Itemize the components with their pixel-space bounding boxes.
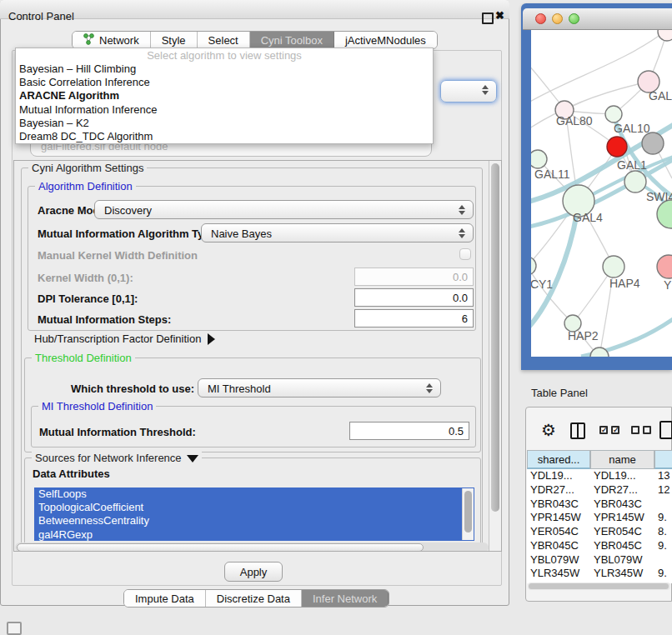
node-hap4[interactable] <box>603 256 624 278</box>
node-y-partial[interactable] <box>657 255 672 278</box>
tab-style[interactable]: Style <box>151 32 198 48</box>
tab-jactivemnodules[interactable]: jActiveMNodules <box>334 32 437 48</box>
list-item[interactable]: BetweennessCentrality <box>34 514 474 528</box>
combo-stepper-icon <box>482 84 489 96</box>
dpi-tolerance-field[interactable]: 0.0 <box>354 288 474 307</box>
scrollbar-thumb[interactable] <box>529 583 669 589</box>
menu-item[interactable]: Mutual Information Inference <box>16 103 433 117</box>
column-header-shared-name[interactable]: shared... <box>527 450 590 469</box>
list-item[interactable]: TopologicalCoefficient <box>34 501 474 514</box>
kernel-width-label: Kernel Width (0,1): <box>38 272 133 284</box>
column-header-name[interactable]: name <box>590 450 654 469</box>
settings-vertical-scrollbar[interactable] <box>489 161 502 551</box>
group-title: Threshold Definition <box>32 352 135 364</box>
mi-type-combo[interactable]: Naive Bayes <box>201 223 474 242</box>
node-gal1[interactable] <box>607 137 627 157</box>
node-unlabeled-top[interactable] <box>658 30 672 41</box>
gear-icon[interactable]: ⚙ <box>541 420 556 440</box>
kernel-width-field[interactable]: 0.0 <box>354 268 474 286</box>
menu-item-highlighted[interactable]: ARACNE Algorithm <box>16 89 433 102</box>
scrollbar-thumb[interactable] <box>17 543 424 552</box>
apply-button[interactable]: Apply <box>224 562 283 582</box>
list-scrollbar[interactable] <box>462 488 474 540</box>
mac-minimize-icon[interactable] <box>552 13 563 24</box>
scrollbar-thumb[interactable] <box>464 491 472 532</box>
algorithm-combo-fragment[interactable] <box>440 80 497 102</box>
manual-kernel-checkbox[interactable] <box>459 248 471 260</box>
node-label: GAL80 <box>556 114 593 128</box>
collapse-arrow-icon[interactable] <box>187 455 198 462</box>
which-threshold-combo[interactable]: MI Threshold <box>198 378 441 398</box>
node-gcy1[interactable] <box>531 257 536 275</box>
tab-discretize-data[interactable]: Discretize Data <box>206 590 302 607</box>
cell: YER054C <box>530 525 589 539</box>
node-gal11[interactable] <box>531 150 547 168</box>
tab-infer-network[interactable]: Infer Network <box>302 590 389 607</box>
table-row[interactable]: YLR345W YLR345W 9. <box>527 567 672 581</box>
columns-icon[interactable] <box>570 422 585 439</box>
list-item[interactable]: SelfLoops <box>34 488 474 501</box>
network-canvas[interactable]: GAL GAL80 GAL10 GAL1 GAL11 SWI4 GAL4 GCY… <box>531 30 672 357</box>
checked-checkbox-icon[interactable]: ✓ <box>611 426 619 434</box>
table-horizontal-scrollbar[interactable] <box>528 582 670 590</box>
settings-scroll-pane: Cyni Algorithm Settings Algorithm Defini… <box>13 160 502 552</box>
node-label: GAL11 <box>534 168 570 181</box>
group-title: Sources for Network Inference <box>32 452 202 464</box>
cell: YBL079W <box>594 553 653 568</box>
page-icon[interactable] <box>659 421 672 439</box>
node-unlabeled-gray[interactable] <box>642 132 664 154</box>
cell: YBR043C <box>594 498 653 512</box>
unchecked-checkbox-icon[interactable] <box>643 426 651 434</box>
node-gal10[interactable] <box>605 106 622 122</box>
tab-label: Infer Network <box>313 592 377 605</box>
network-graph: GAL GAL80 GAL10 GAL1 GAL11 SWI4 GAL4 GCY… <box>531 30 672 357</box>
table-row[interactable]: YBR045C YBR045C 9. <box>527 539 672 553</box>
float-panel-icon[interactable] <box>482 12 494 24</box>
hub-definition-label: Hub/Transcription Factor Definition <box>34 332 201 345</box>
node-swi4[interactable] <box>624 171 646 192</box>
cell: 9. <box>658 539 672 553</box>
mi-steps-field[interactable]: 6 <box>354 309 474 328</box>
control-panel-titlebar[interactable] <box>0 0 509 19</box>
tab-network[interactable]: Network <box>73 32 151 48</box>
cell: 8. <box>658 525 672 539</box>
scrollbar-thumb[interactable] <box>491 163 499 512</box>
node-unlabeled-right[interactable] <box>657 200 672 228</box>
menu-item[interactable]: Bayesian – Hill Climbing <box>16 62 433 76</box>
dpi-tolerance-label: DPI Tolerance [0,1]: <box>38 292 138 305</box>
collapsed-panel-icon[interactable] <box>7 622 22 635</box>
cell: 13 <box>658 469 672 483</box>
tab-cyni-toolbox[interactable]: Cyni Toolbox <box>250 32 334 48</box>
table-row[interactable]: YDR27... YDR27... 12 <box>527 483 672 498</box>
table-row[interactable]: YER054C YER054C 8. <box>527 525 672 539</box>
aracne-mode-combo[interactable]: Discovery <box>94 200 474 219</box>
node-label: GAL4 <box>573 211 603 224</box>
table-row[interactable]: YBL079W YBL079W <box>527 553 672 568</box>
column-header-partial[interactable] <box>654 450 672 469</box>
hub-definition-expander[interactable]: Hub/Transcription Factor Definition <box>34 332 215 345</box>
table-row[interactable]: YDL19... YDL19... 13 <box>527 469 672 483</box>
menu-item[interactable]: Basic Correlation Inference <box>16 76 433 89</box>
menu-item[interactable]: Bayesian – K2 <box>16 117 433 130</box>
unchecked-checkbox-icon[interactable] <box>631 426 639 434</box>
combo-value: Discovery <box>104 204 152 217</box>
group-title: Cyni Algorithm Settings <box>28 162 147 174</box>
checked-checkbox-icon[interactable]: ✓ <box>599 426 608 434</box>
data-attributes-list: SelfLoops TopologicalCoefficient Between… <box>34 488 474 541</box>
tab-label: Select <box>208 34 238 47</box>
settings-horizontal-scrollbar[interactable] <box>15 542 489 552</box>
list-item[interactable]: gal4RGexp <box>34 528 474 541</box>
node-label: HAP4 <box>609 277 640 290</box>
mi-threshold-field[interactable]: 0.5 <box>349 422 469 440</box>
table-row[interactable]: YBR043C YBR043C <box>527 498 672 512</box>
network-tab-icon <box>83 33 94 48</box>
table-row[interactable]: YPR145W YPR145W 9. <box>527 511 672 525</box>
menu-item[interactable]: Dream8 DC_TDC Algorithm <box>16 130 433 143</box>
mac-close-icon[interactable] <box>535 13 546 24</box>
tab-select[interactable]: Select <box>198 32 250 48</box>
mac-zoom-icon[interactable] <box>569 13 579 24</box>
close-icon[interactable]: ✖ <box>495 9 504 22</box>
control-panel-tabs: Network Style Select Cyni Toolbox jActiv… <box>72 31 438 49</box>
tab-impute-data[interactable]: Impute Data <box>124 590 206 607</box>
cell: 12 <box>658 483 672 498</box>
